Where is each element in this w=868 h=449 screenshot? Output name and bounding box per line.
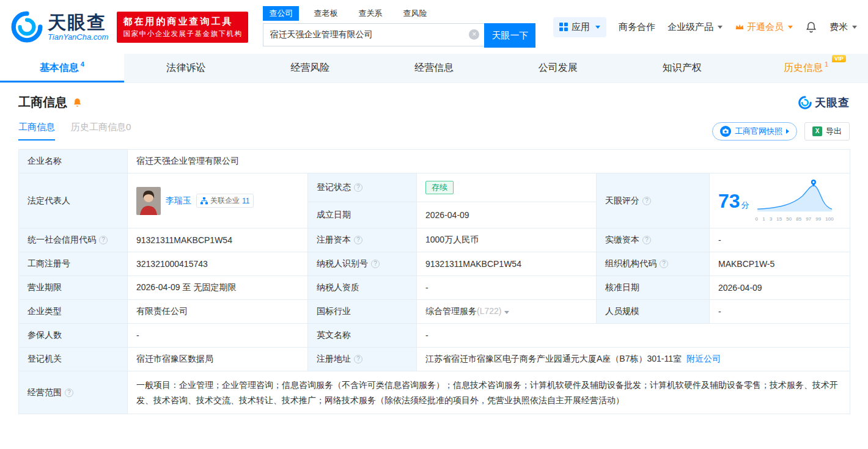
section-header: 工商信息 天眼查	[0, 94, 868, 111]
industry-code: (L722)	[477, 306, 501, 316]
legal-rep-link[interactable]: 李瑞玉	[166, 195, 191, 206]
field-value-taxpayer-qual: -	[417, 276, 597, 300]
help-icon[interactable]: ?	[642, 197, 651, 205]
tab-label: 法律诉讼	[166, 62, 205, 75]
field-label-approve-date: 核准日期	[597, 276, 710, 300]
address-text: 江苏省宿迁市宿豫区电子商务产业园通元大厦A座（B7栋）301-11室	[425, 354, 682, 363]
excel-icon: X	[812, 126, 822, 136]
nav-business-cooperation[interactable]: 商务合作	[619, 21, 655, 33]
field-label-org-code: 组织机构代码?	[597, 252, 710, 276]
field-label-score: 天眼评分 ?	[597, 173, 710, 228]
expand-industry-icon[interactable]	[504, 311, 509, 314]
subtab-history-business-info[interactable]: 历史工商信息0	[71, 122, 131, 141]
search-tab-relations[interactable]: 查关系	[352, 6, 388, 21]
tab-count-badge: 4	[81, 60, 84, 68]
search-tab-risk[interactable]: 查风险	[397, 6, 433, 21]
section-title: 工商信息	[18, 94, 67, 111]
field-value-paid-capital: -	[710, 228, 850, 252]
export-button[interactable]: X 导出	[804, 122, 850, 141]
help-icon[interactable]: ?	[354, 236, 362, 244]
field-label-taxpayer-id: 纳税人识别号?	[308, 252, 417, 276]
alert-bell-icon[interactable]	[72, 97, 83, 108]
field-value-org-code: MAKBCP1W-5	[710, 252, 850, 276]
tab-basic-info[interactable]: 基本信息 4	[0, 54, 124, 82]
help-icon[interactable]: ?	[354, 355, 362, 363]
field-value-approve-date: 2026-04-09	[710, 276, 850, 300]
tab-company-development[interactable]: 公司发展	[496, 54, 620, 82]
field-value-reg-status: 存续	[417, 173, 597, 202]
business-info-table: 企业名称 宿迁天强企业管理有限公司 法定代表人	[18, 149, 850, 414]
related-companies-count: 11	[242, 197, 249, 205]
snapshot-label: 工商官网快照	[735, 126, 782, 137]
tab-legal-proceedings[interactable]: 法律诉讼	[124, 54, 248, 82]
related-companies-tag[interactable]: 关联企业 11	[196, 194, 254, 208]
notification-bell-icon[interactable]	[805, 21, 817, 33]
slogan-line2: 国家中小企业发展子基金旗下机构	[123, 29, 242, 38]
search-tab-boss[interactable]: 查老板	[307, 6, 344, 21]
brand-domain: TianYanCha.com	[48, 32, 108, 42]
org-chart-icon	[200, 197, 208, 205]
help-icon[interactable]: ?	[65, 389, 73, 397]
tab-label: 基本信息	[40, 62, 79, 75]
help-icon[interactable]: ?	[99, 236, 108, 244]
help-icon[interactable]: ?	[354, 183, 362, 192]
help-icon[interactable]: ?	[371, 260, 380, 268]
tab-business-info[interactable]: 经营信息	[372, 54, 496, 82]
tab-intellectual-property[interactable]: 知识产权	[620, 54, 744, 82]
status-badge: 存续	[425, 181, 454, 194]
tab-history-info[interactable]: VIP 历史信息 1	[744, 54, 868, 82]
field-value-insured: -	[128, 324, 308, 348]
membership-label: 开通会员	[747, 21, 784, 33]
search-input[interactable]	[263, 23, 484, 46]
nav-enterprise-products[interactable]: 企业级产品	[668, 21, 723, 33]
table-row: 经营范围? 一般项目：企业管理；企业管理咨询；信息咨询服务（不含许可类信息咨询服…	[19, 371, 850, 414]
official-snapshot-button[interactable]: 工商官网快照	[712, 122, 797, 141]
field-label-taxpayer-qual: 纳税人资质	[308, 276, 417, 300]
enterprise-products-label: 企业级产品	[668, 21, 713, 33]
nearby-companies-link[interactable]: 附近公司	[686, 354, 721, 363]
help-icon[interactable]: ?	[642, 236, 651, 244]
field-label-reg-status: 登记状态 ?	[308, 173, 417, 202]
nav-user-menu[interactable]: 费米	[829, 21, 857, 33]
watermark-text: 天眼查	[815, 95, 850, 110]
field-label-insured: 参保人数	[19, 324, 128, 348]
nav-open-membership[interactable]: 开通会员	[735, 21, 793, 33]
crown-icon	[735, 23, 745, 31]
field-label-reg-capital: 注册资本?	[308, 228, 417, 252]
chevron-down-icon	[852, 26, 857, 29]
help-icon[interactable]: ?	[660, 260, 668, 268]
apps-menu-button[interactable]: 应用	[553, 17, 606, 37]
table-row: 参保人数 - 英文名称 -	[19, 324, 850, 348]
legal-rep-photo[interactable]	[136, 187, 161, 215]
field-value-address: 江苏省宿迁市宿豫区电子商务产业园通元大厦A座（B7栋）301-11室附近公司	[417, 348, 850, 371]
chevron-down-icon	[595, 26, 600, 29]
tab-label: 知识产权	[663, 62, 702, 75]
brand-name: 天眼查	[48, 12, 108, 32]
score-axis: 01 315 5085 9799 100	[756, 216, 834, 222]
table-row: 营业期限 2026-04-09 至 无固定期限 纳税人资质 - 核准日期 202…	[19, 276, 850, 300]
subtab-business-info[interactable]: 工商信息	[18, 122, 55, 141]
export-label: 导出	[826, 126, 842, 137]
field-value-industry: 综合管理服务(L722)	[417, 300, 597, 324]
tab-business-risk[interactable]: 经营风险	[248, 54, 372, 82]
search-button[interactable]: 天眼一下	[484, 23, 535, 48]
field-value-credit-code: 91321311MAKBCP1W54	[128, 228, 308, 252]
apps-label: 应用	[572, 21, 590, 33]
field-value-company-name: 宿迁天强企业管理有限公司	[128, 150, 850, 173]
company-section-tabs: 基本信息 4 法律诉讼 经营风险 经营信息 公司发展 知识产权 VIP 历史信息…	[0, 54, 868, 83]
brand-logo[interactable]: 天眼查 TianYanCha.com	[11, 11, 108, 43]
field-label-reg-no: 工商注册号	[19, 252, 128, 276]
camera-icon	[720, 126, 731, 137]
page: 天眼查 TianYanCha.com 都在用的商业查询工具 国家中小企业发展子基…	[0, 0, 868, 449]
field-value-reg-no: 321321000415743	[128, 252, 308, 276]
table-row: 统一社会信用代码? 91321311MAKBCP1W54 注册资本? 1000万…	[19, 228, 850, 252]
field-value-term: 2026-04-09 至 无固定期限	[128, 276, 308, 300]
field-label-term: 营业期限	[19, 276, 128, 300]
field-label-staff: 人员规模	[597, 300, 710, 324]
vip-badge: VIP	[832, 55, 846, 62]
arrow-right-icon	[786, 129, 789, 134]
industry-name: 综合管理服务	[425, 306, 477, 316]
tab-label: 历史信息	[784, 62, 823, 75]
search-tab-company[interactable]: 查公司	[263, 6, 299, 21]
field-label-en-name: 英文名称	[308, 324, 417, 348]
